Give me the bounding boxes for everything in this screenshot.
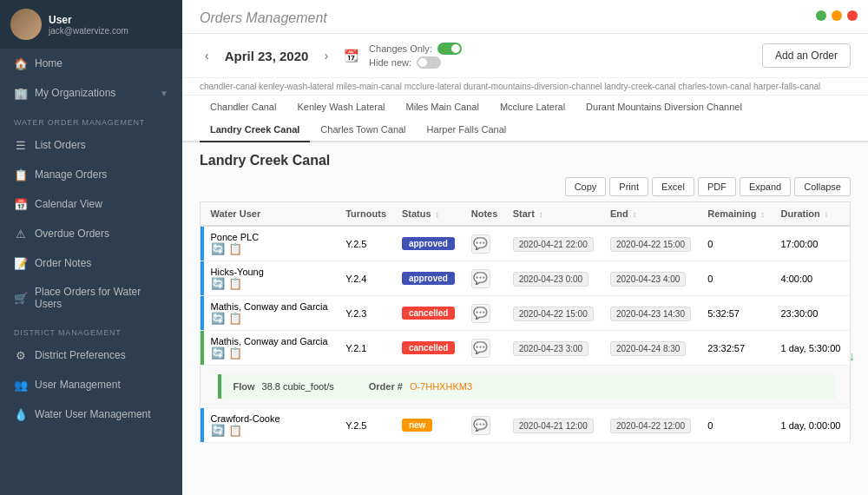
start-sort-icon[interactable]: ↕ <box>539 210 543 219</box>
sidebar-header: User jack@watervize.com <box>0 0 182 49</box>
sidebar-item-water-user-management[interactable]: 💧 Water User Management <box>0 399 182 429</box>
table-row: Hicks-Young 🔄 📋 Y.2.4 approved 💬 2020-04… <box>201 261 851 296</box>
table-row: Ponce PLC 🔄 📋 Y.2.5 approved 💬 2020-04-2… <box>201 226 851 261</box>
status-badge: approved <box>402 237 455 250</box>
water-user-header: Water User <box>204 202 339 227</box>
pdf-button[interactable]: PDF <box>698 177 736 196</box>
end-datetime: 2020-04-23 14:30 <box>610 307 691 321</box>
water-order-management-section: Water Order Management <box>0 108 182 130</box>
sync-icon[interactable]: 🔄 <box>211 424 225 437</box>
sidebar-item-overdue-orders[interactable]: ⚠ Overdue Orders <box>0 219 182 248</box>
note-button[interactable]: 💬 <box>471 416 490 435</box>
hide-new-toggle[interactable] <box>417 56 441 69</box>
order-number-label: Order # <box>369 381 403 392</box>
sidebar-item-manage-orders[interactable]: 📋 Manage Orders <box>0 160 182 189</box>
sidebar-item-calendar-view[interactable]: 📅 Calendar View <box>0 189 182 219</box>
remaining-header: Remaining ↕ <box>700 202 773 227</box>
calendar-picker-icon[interactable]: 📆 <box>344 49 358 63</box>
collapse-button[interactable]: Collapse <box>794 177 851 196</box>
sidebar-item-my-organizations-label: My Organizations <box>35 87 115 99</box>
add-order-button[interactable]: Add an Order <box>762 43 851 68</box>
duration-cell: 23:30:00 <box>773 296 850 331</box>
sidebar-item-place-orders[interactable]: 🛒 Place Orders for Water Users <box>0 278 182 318</box>
copy-row-icon[interactable]: 📋 <box>228 346 242 360</box>
flow-label: Flow <box>233 381 255 392</box>
order-number-link[interactable]: O-7HHXHKM3 <box>410 381 472 392</box>
start-datetime: 2020-04-23 3:00 <box>513 341 589 356</box>
sidebar-item-water-user-management-label: Water User Management <box>35 408 151 420</box>
end-datetime: 2020-04-22 12:00 <box>610 419 691 433</box>
tab-mcclure-lateral[interactable]: Mcclure Lateral <box>490 96 575 120</box>
sidebar-item-district-preferences[interactable]: ⚙ District Preferences <box>0 340 182 370</box>
status-sort-icon[interactable]: ↕ <box>436 210 440 219</box>
status-cell: approved <box>395 226 464 261</box>
red-dot <box>847 10 858 21</box>
duration-cell: 1 day, 5:30:00 ↓ <box>773 331 850 366</box>
sync-icon[interactable]: 🔄 <box>211 346 225 360</box>
list-icon: ☰ <box>14 138 28 152</box>
duration-sort-icon[interactable]: ↕ <box>825 210 829 219</box>
sync-icon[interactable]: 🔄 <box>211 277 225 290</box>
topbar: Orders Management <box>182 0 868 34</box>
chevron-icon: ▼ <box>160 89 168 98</box>
orange-dot <box>832 10 842 21</box>
end-datetime: 2020-04-23 4:00 <box>610 272 686 287</box>
sidebar-item-list-orders-label: List Orders <box>35 139 86 151</box>
toggle-group: Changes Only: Hide new: <box>369 43 462 69</box>
turnouts-cell: Y.2.3 <box>339 296 395 331</box>
sync-icon[interactable]: 🔄 <box>211 242 225 255</box>
water-user-cell: Mathis, Conway and Garcia 🔄 📋 <box>204 296 339 331</box>
tab-chandler-canal[interactable]: Chandler Canal <box>200 96 286 120</box>
tab-kenley-wash-lateral[interactable]: Kenley Wash Lateral <box>286 96 395 120</box>
remaining-cell: 5:32:57 <box>700 296 773 331</box>
tab-durant-mountains[interactable]: Durant Mountains Diversion Channel <box>575 96 753 120</box>
sync-icon[interactable]: 🔄 <box>211 312 225 325</box>
copy-row-icon[interactable]: 📋 <box>228 242 242 255</box>
order-number-field: Order # O-7HHXHKM3 <box>369 381 472 392</box>
end-cell: 2020-04-22 15:00 <box>603 226 700 261</box>
sidebar-item-home[interactable]: 🏠 Home <box>0 49 182 78</box>
tab-charles-town-canal[interactable]: Charles Town Canal <box>310 118 416 142</box>
start-cell: 2020-04-22 15:00 <box>506 296 603 331</box>
green-dot <box>816 10 826 21</box>
window-dots <box>816 10 858 21</box>
start-datetime: 2020-04-21 22:00 <box>513 237 594 252</box>
current-date: April 23, 2020 <box>225 49 309 63</box>
tab-harper-falls-canal[interactable]: Harper Falls Canal <box>417 118 517 142</box>
print-button[interactable]: Print <box>609 177 648 196</box>
start-datetime: 2020-04-22 15:00 <box>513 307 594 321</box>
note-button[interactable]: 💬 <box>471 339 490 358</box>
copy-row-icon[interactable]: 📋 <box>228 277 242 290</box>
end-sort-icon[interactable]: ↕ <box>633 210 637 219</box>
copy-button[interactable]: Copy <box>565 177 607 196</box>
copy-row-icon[interactable]: 📋 <box>228 312 242 325</box>
prev-date-button[interactable]: ‹ <box>200 47 214 64</box>
copy-row-icon[interactable]: 📋 <box>228 424 242 437</box>
start-datetime: 2020-04-21 12:00 <box>513 419 594 433</box>
sidebar-item-list-orders[interactable]: ☰ List Orders <box>0 130 182 160</box>
next-date-button[interactable]: › <box>319 47 333 64</box>
note-button[interactable]: 💬 <box>471 234 490 254</box>
water-user-name: Mathis, Conway and Garcia <box>211 336 332 346</box>
remaining-sort-icon[interactable]: ↕ <box>761 210 766 219</box>
tab-miles-main-canal[interactable]: Miles Main Canal <box>396 96 490 120</box>
note-button[interactable]: 💬 <box>471 269 490 288</box>
status-badge: cancelled <box>402 307 456 320</box>
sidebar-item-my-organizations[interactable]: 🏢 My Organizations ▼ <box>0 78 182 108</box>
settings-icon: ⚙ <box>14 348 28 362</box>
water-user-cell: Mathis, Conway and Garcia 🔄 📋 <box>204 331 339 366</box>
table-toolbar: Copy Print Excel PDF Expand Collapse <box>200 177 851 196</box>
changes-only-toggle[interactable] <box>437 43 462 55</box>
hide-new-label: Hide new: <box>369 57 411 68</box>
organizations-icon: 🏢 <box>14 86 28 100</box>
note-button[interactable]: 💬 <box>471 304 490 323</box>
sidebar-item-order-notes[interactable]: 📝 Order Notes <box>0 248 182 278</box>
start-cell: 2020-04-21 22:00 <box>506 226 603 261</box>
expand-button[interactable]: Expand <box>740 177 791 196</box>
excel-button[interactable]: Excel <box>652 177 694 196</box>
sidebar-item-user-management[interactable]: 👥 User Management <box>0 370 182 399</box>
tab-landry-creek-canal[interactable]: Landry Creek Canal <box>200 118 310 142</box>
table-row: Mathis, Conway and Garcia 🔄 📋 Y.2.3 canc… <box>201 296 851 331</box>
notes-cell: 💬 <box>464 261 506 296</box>
sidebar-item-overdue-orders-label: Overdue Orders <box>35 228 109 240</box>
